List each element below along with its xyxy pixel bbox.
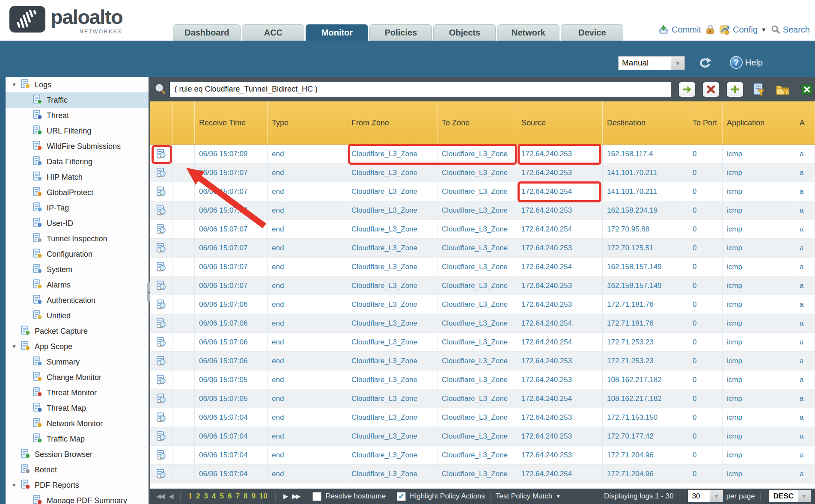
cell-to-port[interactable]: 0: [688, 258, 723, 276]
cell-to-port[interactable]: 0: [688, 163, 723, 182]
page-number-8[interactable]: 8: [244, 492, 247, 501]
cell-to-zone[interactable]: Cloudflare_L3_Zone: [437, 389, 517, 408]
first-page-button[interactable]: ◀◀: [156, 492, 164, 500]
cell-action[interactable]: a: [795, 276, 815, 295]
page-size-select[interactable]: 30 ▼: [688, 490, 723, 502]
cell-from-zone[interactable]: Cloudflare_L3_Zone: [347, 408, 437, 427]
cell-to-zone[interactable]: Cloudflare_L3_Zone: [437, 295, 517, 314]
cell-source[interactable]: 172.64.240.253: [517, 295, 603, 314]
cell-from-zone[interactable]: Cloudflare_L3_Zone: [347, 163, 437, 182]
sidebar-item-unified[interactable]: Unified: [6, 308, 149, 323]
cell-type[interactable]: end: [268, 239, 347, 257]
sidebar-item-packet-capture[interactable]: Packet Capture: [6, 323, 149, 339]
commit-button[interactable]: Commit: [658, 24, 701, 35]
cell-action[interactable]: a: [795, 314, 815, 332]
cell-application[interactable]: icmp: [723, 182, 795, 201]
page-number-2[interactable]: 2: [196, 492, 200, 501]
cell-receive-time[interactable]: 06/06 15:07:07: [195, 163, 268, 182]
cell-application[interactable]: icmp: [723, 163, 795, 182]
cell-type[interactable]: end: [268, 182, 347, 201]
page-number-4[interactable]: 4: [212, 492, 216, 501]
lock-icon[interactable]: [705, 24, 715, 35]
sidebar-item-hip-match[interactable]: HIP Match: [6, 169, 149, 185]
cell-type[interactable]: end: [268, 427, 347, 445]
cell-from-zone[interactable]: Cloudflare_L3_Zone: [347, 427, 437, 445]
sidebar-item-alarms[interactable]: Alarms: [6, 277, 149, 293]
cell-from-zone[interactable]: Cloudflare_L3_Zone: [347, 295, 437, 314]
cell-to-zone[interactable]: Cloudflare_L3_Zone: [437, 408, 517, 427]
cell-to-zone[interactable]: Cloudflare_L3_Zone: [437, 258, 517, 276]
cell-destination[interactable]: 162.158.157.149: [603, 258, 688, 276]
cell-to-port[interactable]: 0: [688, 295, 723, 314]
cell-from-zone[interactable]: Cloudflare_L3_Zone: [347, 182, 437, 201]
sidebar-item-globalprotect[interactable]: GlobalProtect: [6, 185, 149, 200]
tab-acc[interactable]: ACC: [242, 24, 304, 41]
cell-application[interactable]: icmp: [723, 276, 795, 295]
cell-to-zone[interactable]: Cloudflare_L3_Zone: [437, 314, 517, 332]
config-menu[interactable]: Config ▼: [719, 24, 767, 35]
sidebar-item-authentication[interactable]: Authentication: [6, 293, 149, 308]
sidebar-item-data-filtering[interactable]: Data Filtering: [6, 154, 149, 169]
page-number-7[interactable]: 7: [235, 492, 239, 501]
cell-action[interactable]: a: [795, 389, 815, 408]
cell-action[interactable]: a: [795, 333, 815, 351]
cell-to-port[interactable]: 0: [688, 446, 723, 464]
cell-receive-time[interactable]: 06/06 15:07:06: [195, 352, 268, 370]
cell-type[interactable]: end: [268, 446, 347, 464]
cell-type[interactable]: end: [268, 371, 347, 389]
cell-receive-time[interactable]: 06/06 15:07:06: [195, 314, 268, 332]
cell-to-port[interactable]: 0: [688, 427, 723, 445]
tab-network[interactable]: Network: [497, 24, 559, 41]
cell-type[interactable]: end: [268, 163, 347, 182]
cell-receive-time[interactable]: 06/06 15:07:05: [195, 371, 268, 389]
cell-to-zone[interactable]: Cloudflare_L3_Zone: [437, 182, 517, 201]
cell-type[interactable]: end: [268, 295, 347, 314]
cell-receive-time[interactable]: 06/06 15:07:04: [195, 465, 268, 483]
cell-receive-time[interactable]: 06/06 15:07:06: [195, 295, 268, 314]
cell-to-zone[interactable]: Cloudflare_L3_Zone: [437, 163, 517, 182]
sidebar-item-botnet[interactable]: Botnet: [6, 462, 149, 477]
cell-to-port[interactable]: 0: [688, 465, 723, 483]
log-detail-icon[interactable]: [150, 145, 173, 163]
refresh-button[interactable]: [698, 57, 712, 72]
highlight-policy-checkbox[interactable]: ✓: [397, 492, 406, 501]
cell-source[interactable]: 172.64.240.254: [517, 220, 603, 238]
filter-builder-button[interactable]: [751, 82, 767, 97]
cell-destination[interactable]: 172.71.204.96: [603, 465, 688, 483]
cell-destination[interactable]: 141.101.70.211: [603, 163, 688, 182]
cell-destination[interactable]: 172.71.181.76: [603, 314, 688, 332]
cell-source[interactable]: 172.64.240.254: [517, 314, 603, 332]
cell-application[interactable]: icmp: [723, 446, 795, 464]
sidebar-item-session-browser[interactable]: Session Browser: [6, 447, 149, 462]
cell-source[interactable]: 172.64.240.254: [517, 182, 603, 201]
cell-application[interactable]: icmp: [723, 408, 795, 427]
log-detail-icon[interactable]: [150, 389, 173, 408]
sidebar-item-traffic-map[interactable]: Traffic Map: [6, 431, 149, 447]
cell-from-zone[interactable]: Cloudflare_L3_Zone: [347, 352, 437, 370]
cell-type[interactable]: end: [268, 408, 347, 427]
cell-to-port[interactable]: 0: [688, 408, 723, 427]
cell-to-zone[interactable]: Cloudflare_L3_Zone: [437, 239, 517, 257]
log-detail-icon[interactable]: [150, 408, 173, 427]
refresh-mode-select[interactable]: Manual ▼: [618, 56, 685, 70]
next-page-button[interactable]: ▶: [283, 492, 287, 500]
cell-to-port[interactable]: 0: [688, 182, 723, 201]
cell-to-port[interactable]: 0: [688, 276, 723, 295]
cell-type[interactable]: end: [268, 201, 347, 219]
cell-to-port[interactable]: 0: [688, 389, 723, 408]
help-button[interactable]: ? Help: [730, 56, 763, 69]
clear-filter-button[interactable]: [703, 82, 719, 97]
prev-page-button[interactable]: ◀: [169, 492, 173, 500]
cell-destination[interactable]: 162.158.117.4: [603, 145, 688, 163]
cell-from-zone[interactable]: Cloudflare_L3_Zone: [347, 220, 437, 238]
cell-type[interactable]: end: [268, 333, 347, 351]
cell-from-zone[interactable]: Cloudflare_L3_Zone: [347, 333, 437, 351]
cell-destination[interactable]: 172.71.253.23: [603, 333, 688, 351]
cell-action[interactable]: a: [795, 201, 815, 219]
cell-to-zone[interactable]: Cloudflare_L3_Zone: [437, 201, 517, 219]
cell-from-zone[interactable]: Cloudflare_L3_Zone: [347, 314, 437, 332]
expand-triangle-icon[interactable]: ▼: [12, 344, 18, 350]
cell-source[interactable]: 172.64.240.253: [517, 163, 603, 182]
tab-policies[interactable]: Policies: [369, 24, 432, 41]
cell-type[interactable]: end: [268, 220, 347, 238]
